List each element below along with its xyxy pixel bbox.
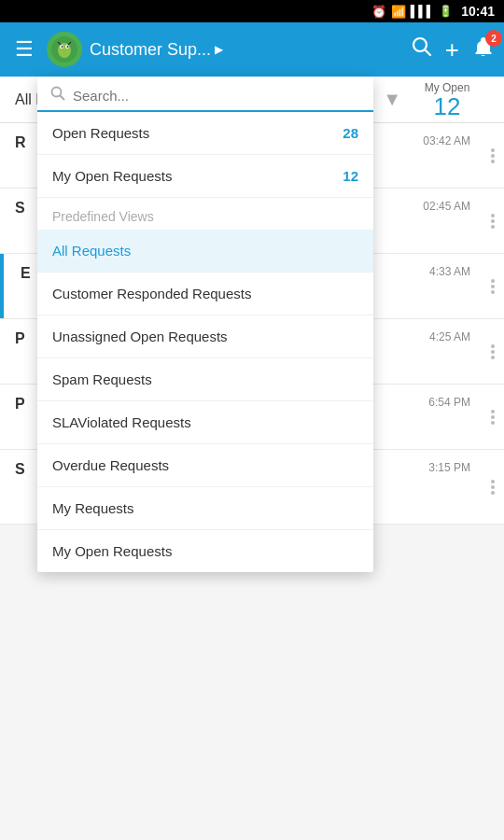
ticket-time: 03:42 AM bbox=[423, 134, 470, 147]
dropdown-view-label: SLAViolated Requests bbox=[52, 414, 191, 430]
ticket-more-button[interactable] bbox=[491, 344, 495, 359]
ticket-time: 4:33 AM bbox=[429, 265, 470, 278]
add-button[interactable]: + bbox=[445, 35, 459, 64]
ticket-blue-bar bbox=[0, 254, 4, 318]
dropdown-view-label: Unassigned Open Requests bbox=[52, 329, 228, 344]
notification-badge: 2 bbox=[485, 30, 502, 47]
nav-icons: + 2 bbox=[412, 35, 495, 64]
dropdown-view-label: Spam Requests bbox=[52, 371, 152, 387]
dropdown-search-input[interactable] bbox=[73, 88, 360, 104]
dropdown-view-unassigned-open[interactable]: Unassigned Open Requests bbox=[37, 315, 373, 358]
ticket-more-button[interactable] bbox=[491, 279, 495, 294]
dropdown-item-my-open-requests[interactable]: My Open Requests 12 bbox=[37, 155, 373, 198]
dropdown-view-my-requests[interactable]: My Requests bbox=[37, 487, 373, 530]
dropdown-item-count: 12 bbox=[343, 168, 358, 184]
ticket-letter: S bbox=[15, 461, 34, 478]
dropdown-item-count: 28 bbox=[343, 125, 358, 141]
ticket-letter: S bbox=[15, 200, 34, 217]
battery-icon: 🔋 bbox=[439, 5, 453, 18]
ticket-letter: R bbox=[15, 134, 34, 151]
signal-icon: ▌▌▌ bbox=[411, 5, 435, 18]
dropdown-section-label: Predefined Views bbox=[37, 198, 373, 230]
title-wrap: Customer Sup... ▶ bbox=[90, 40, 404, 60]
title-dropdown-arrow[interactable]: ▶ bbox=[215, 43, 223, 56]
top-bar: ☰ Customer Sup... ▶ + bbox=[0, 22, 504, 77]
ticket-time: 3:15 PM bbox=[428, 461, 470, 474]
ticket-more-button[interactable] bbox=[491, 214, 495, 229]
ticket-time: 4:25 AM bbox=[429, 330, 470, 343]
ticket-more-button[interactable] bbox=[491, 410, 495, 425]
dropdown-overlay: Open Requests 28 My Open Requests 12 Pre… bbox=[37, 77, 373, 572]
my-open-panel: My Open 12 bbox=[405, 81, 489, 119]
svg-point-4 bbox=[62, 46, 63, 48]
ticket-letter: P bbox=[15, 396, 34, 413]
dropdown-item-open-requests[interactable]: Open Requests 28 bbox=[37, 112, 373, 155]
wifi-icon: 📶 bbox=[391, 5, 406, 19]
ticket-more-button[interactable] bbox=[491, 148, 495, 163]
dropdown-view-overdue[interactable]: Overdue Requests bbox=[37, 444, 373, 487]
ticket-letter: P bbox=[15, 330, 34, 347]
notification-button[interactable]: 2 bbox=[472, 35, 495, 63]
dropdown-view-label: My Open Requests bbox=[52, 543, 172, 559]
svg-point-5 bbox=[67, 46, 69, 48]
alarm-icon: ⏰ bbox=[371, 5, 386, 19]
dropdown-view-spam[interactable]: Spam Requests bbox=[37, 358, 373, 401]
svg-line-11 bbox=[61, 96, 64, 100]
dropdown-view-customer-responded[interactable]: Customer Responded Requests bbox=[37, 273, 373, 315]
time-display: 10:41 bbox=[461, 4, 495, 19]
dropdown-item-label: My Open Requests bbox=[52, 168, 172, 184]
ticket-time: 02:45 AM bbox=[423, 200, 470, 213]
status-bar: ⏰ 📶 ▌▌▌ 🔋 10:41 bbox=[0, 0, 504, 22]
ticket-time: 6:54 PM bbox=[428, 396, 470, 409]
dropdown-search-container bbox=[37, 77, 373, 112]
status-icons: ⏰ 📶 ▌▌▌ 🔋 10:41 bbox=[371, 4, 495, 19]
my-open-count: 12 bbox=[434, 94, 461, 119]
dropdown-view-label: Overdue Requests bbox=[52, 457, 169, 473]
dropdown-item-label: Open Requests bbox=[52, 125, 149, 141]
avatar bbox=[47, 32, 82, 67]
ticket-letter: E bbox=[21, 265, 39, 282]
dropdown-view-sla-violated[interactable]: SLAViolated Requests bbox=[37, 401, 373, 444]
svg-point-1 bbox=[58, 43, 71, 58]
search-button[interactable] bbox=[412, 36, 432, 63]
ticket-more-button[interactable] bbox=[491, 480, 495, 495]
app-title: Customer Sup... bbox=[90, 40, 211, 60]
hamburger-menu[interactable]: ☰ bbox=[9, 32, 39, 67]
svg-line-9 bbox=[425, 50, 430, 56]
dropdown-view-label: Customer Responded Requests bbox=[52, 286, 251, 301]
dropdown-search-icon bbox=[50, 86, 65, 105]
dropdown-view-label: All Requests bbox=[52, 243, 131, 259]
avatar-icon bbox=[51, 36, 77, 63]
search-icon bbox=[412, 36, 432, 57]
dropdown-view-label: My Requests bbox=[52, 500, 134, 516]
dropdown-view-all-requests[interactable]: All Requests bbox=[37, 230, 373, 273]
sort-arrow[interactable]: ▼ bbox=[383, 89, 401, 110]
dropdown-view-my-open-requests[interactable]: My Open Requests bbox=[37, 530, 373, 572]
